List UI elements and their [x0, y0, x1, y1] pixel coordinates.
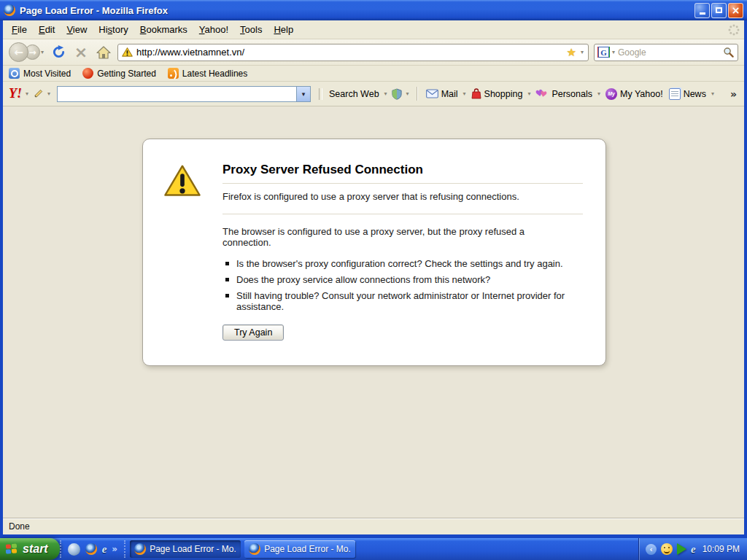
- button-label: Personals: [551, 89, 592, 99]
- messenger-smiley-icon[interactable]: [661, 543, 673, 555]
- forward-icon: →: [28, 47, 36, 58]
- news-dropdown[interactable]: ▾: [711, 90, 714, 97]
- yahoo-news-button[interactable]: News: [667, 87, 708, 101]
- menu-history[interactable]: History: [93, 21, 133, 38]
- yahoo-logo-icon[interactable]: Y!: [9, 86, 22, 101]
- my-yahoo-icon: My: [605, 88, 617, 100]
- bookmark-label: Latest Headlines: [182, 69, 247, 79]
- start-button[interactable]: start: [0, 538, 60, 560]
- url-input[interactable]: [136, 47, 563, 58]
- system-tray: ‹ e 10:09 PM: [638, 538, 747, 560]
- menu-edit[interactable]: Edit: [33, 21, 61, 38]
- maximize-icon: [716, 7, 722, 13]
- tray-collapse-chevron[interactable]: ‹: [646, 544, 657, 555]
- yahoo-search-web-button[interactable]: Search Web: [328, 88, 381, 101]
- error-dialog: Proxy Server Refused Connection Firefox …: [142, 139, 606, 366]
- bookmark-label: Most Visited: [23, 69, 71, 79]
- bookmark-most-visited[interactable]: Most Visited: [9, 68, 71, 79]
- shield-icon[interactable]: [391, 88, 403, 100]
- menu-view[interactable]: View: [61, 21, 93, 38]
- status-text: Done: [9, 521, 30, 532]
- try-again-button[interactable]: Try Again: [222, 324, 284, 341]
- taskbar-clock: 10:09 PM: [700, 544, 740, 554]
- url-dropdown[interactable]: ▾: [581, 49, 584, 55]
- yahoo-mail-button[interactable]: Mail: [425, 88, 460, 101]
- navigation-toolbar: ← → ▾ ×: [3, 39, 744, 66]
- personals-dropdown[interactable]: ▾: [597, 90, 600, 97]
- history-buttons: ← → ▾: [9, 42, 44, 62]
- titlebar: Page Load Error - Mozilla Firefox ×: [0, 0, 747, 20]
- throbber-icon: [728, 24, 740, 36]
- menu-bookmarks[interactable]: Bookmarks: [134, 21, 193, 38]
- shopping-bag-icon: [471, 88, 481, 99]
- quick-launch-overflow[interactable]: »: [112, 544, 117, 554]
- status-bar: Done: [3, 518, 744, 534]
- menu-tools[interactable]: Tools: [234, 21, 268, 38]
- firefox-icon: [134, 543, 146, 555]
- green-arrow-icon[interactable]: [677, 543, 686, 555]
- yahoo-shopping-button[interactable]: Shopping: [470, 87, 525, 101]
- reload-button[interactable]: [50, 43, 67, 62]
- pencil-dropdown[interactable]: ▾: [47, 90, 50, 97]
- bookmark-star-icon[interactable]: ★: [567, 46, 576, 59]
- history-dropdown[interactable]: ▾: [41, 49, 44, 55]
- yahoo-logo-dropdown[interactable]: ▾: [26, 90, 28, 97]
- separator: [417, 87, 418, 101]
- engine-dropdown[interactable]: ▾: [612, 49, 615, 55]
- search-input[interactable]: [618, 47, 721, 58]
- button-label: News: [684, 89, 706, 99]
- yahoo-search-input[interactable]: [58, 89, 296, 99]
- toolbar-overflow-chevron[interactable]: »: [730, 88, 738, 100]
- back-icon: ←: [14, 46, 23, 59]
- yahoo-search-dropdown[interactable]: ▾: [296, 87, 310, 101]
- my-yahoo-button[interactable]: My My Yahoo!: [604, 87, 665, 101]
- mail-icon: [426, 89, 438, 98]
- search-box: G ▾: [594, 44, 738, 61]
- toolbar-grip[interactable]: [319, 88, 322, 100]
- button-label: Search Web: [329, 89, 379, 99]
- maximize-button[interactable]: [711, 3, 727, 18]
- pencil-icon[interactable]: [32, 88, 44, 100]
- menu-yahoo[interactable]: Yahoo!: [193, 21, 234, 38]
- yahoo-personals-button[interactable]: ♥♥ Personals: [534, 87, 594, 101]
- list-item: Does the proxy service allow connections…: [225, 274, 567, 285]
- yahoo-search-field: ▾: [57, 86, 311, 102]
- stop-icon: ×: [74, 44, 88, 61]
- bookmark-latest-headlines[interactable]: Latest Headlines: [168, 68, 247, 79]
- bookmarks-toolbar: Most Visited Getting Started Latest Head…: [3, 66, 744, 82]
- quick-launch: e »: [60, 540, 125, 558]
- task-button-firefox-2[interactable]: Page Load Error - Mo...: [244, 540, 355, 558]
- home-button[interactable]: [95, 43, 112, 62]
- search-web-dropdown[interactable]: ▾: [384, 90, 387, 97]
- search-icon[interactable]: [723, 47, 734, 58]
- close-button[interactable]: ×: [728, 3, 743, 18]
- yahoo-toolbar: Y! ▾ ▾ ▾ Search Web ▾: [3, 82, 744, 106]
- button-label: Mail: [441, 89, 458, 99]
- list-item: Still having trouble? Consult your netwo…: [225, 290, 567, 312]
- close-icon: ×: [732, 5, 740, 15]
- menu-file[interactable]: File: [6, 21, 33, 38]
- menu-help[interactable]: Help: [268, 21, 299, 38]
- button-label: Shopping: [484, 89, 523, 99]
- window-controls: ×: [694, 3, 743, 18]
- task-button-firefox-1[interactable]: Page Load Error - Mo...: [130, 540, 241, 558]
- reload-icon: [52, 45, 66, 59]
- stop-button[interactable]: ×: [72, 43, 90, 62]
- shield-dropdown[interactable]: ▾: [406, 90, 409, 97]
- task-button-label: Page Load Error - Mo...: [264, 544, 351, 554]
- warning-icon: [163, 164, 201, 198]
- browser-content: Proxy Server Refused Connection Firefox …: [3, 106, 744, 518]
- menubar: File Edit View History Bookmarks Yahoo! …: [3, 20, 744, 39]
- taskbar: start e » Page Load Error - Mo... Page L…: [0, 538, 747, 560]
- firefox-launcher-icon[interactable]: [85, 543, 97, 555]
- shopping-dropdown[interactable]: ▾: [527, 90, 530, 97]
- bookmark-getting-started[interactable]: Getting Started: [82, 68, 156, 79]
- globe-launcher-icon[interactable]: [68, 543, 80, 556]
- tray-browser-icon[interactable]: e: [691, 543, 696, 556]
- back-button[interactable]: ←: [9, 42, 28, 62]
- google-engine-icon[interactable]: G: [598, 47, 609, 58]
- mail-dropdown[interactable]: ▾: [463, 90, 466, 97]
- page-warning-favicon: [122, 47, 133, 57]
- minimize-button[interactable]: [694, 3, 710, 18]
- internet-explorer-icon[interactable]: e: [102, 543, 107, 556]
